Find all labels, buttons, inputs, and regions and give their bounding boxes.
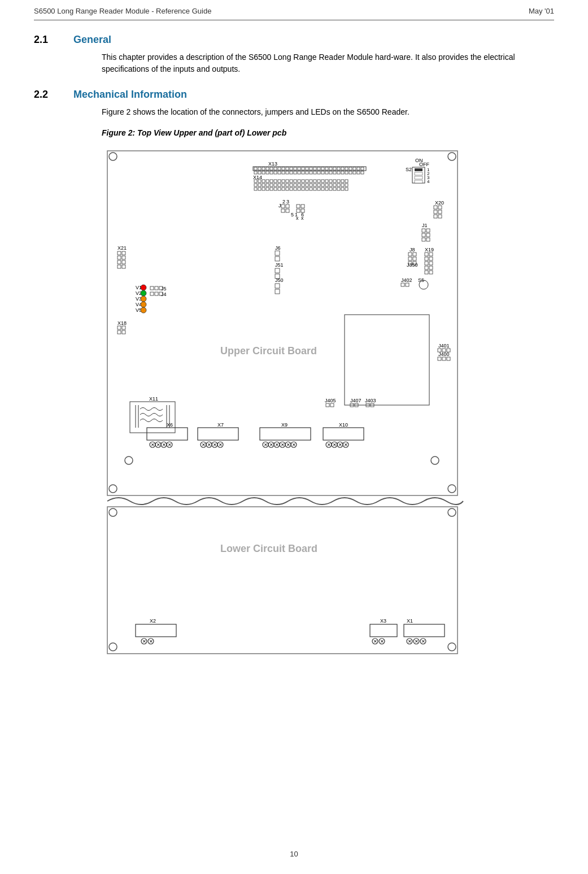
svg-text:✕: ✕ bbox=[380, 639, 384, 644]
svg-text:✕: ✕ bbox=[333, 442, 337, 447]
svg-point-204 bbox=[141, 307, 146, 313]
svg-text:✕: ✕ bbox=[202, 442, 206, 447]
svg-text:J: J bbox=[278, 203, 281, 208]
svg-text:✕: ✕ bbox=[281, 442, 285, 447]
svg-text:✕: ✕ bbox=[162, 442, 166, 447]
figure-container: X13 bbox=[102, 145, 554, 665]
svg-rect-137 bbox=[415, 176, 423, 179]
x1-label: X1 bbox=[407, 618, 413, 624]
svg-text:✕: ✕ bbox=[207, 442, 211, 447]
x13-connector bbox=[253, 167, 366, 174]
section-2-2-title: Mechanical Information bbox=[73, 89, 187, 101]
j1-label: J1 bbox=[422, 223, 428, 228]
svg-rect-136 bbox=[415, 172, 423, 175]
svg-text:2: 2 bbox=[282, 199, 285, 205]
j405-label: J405 bbox=[325, 398, 336, 403]
svg-text:✕: ✕ bbox=[168, 442, 172, 447]
svg-text:x: x bbox=[296, 215, 299, 221]
s2-off-label: OFF bbox=[419, 162, 429, 167]
svg-text:✕: ✕ bbox=[286, 442, 290, 447]
svg-text:✕: ✕ bbox=[292, 442, 296, 447]
svg-text:✕: ✕ bbox=[269, 442, 273, 447]
x11-label: X11 bbox=[149, 396, 158, 402]
svg-point-201 bbox=[141, 290, 146, 296]
j407-label: J407 bbox=[350, 398, 361, 403]
svg-text:✕: ✕ bbox=[264, 442, 268, 447]
svg-text:✕: ✕ bbox=[421, 639, 425, 644]
svg-text:✕: ✕ bbox=[149, 639, 153, 644]
x18-label: X18 bbox=[117, 320, 127, 326]
section-2-2-body: Figure 2 shows the location of the conne… bbox=[102, 106, 554, 118]
j403-label: J403 bbox=[365, 398, 376, 403]
page-footer: 10 bbox=[0, 850, 588, 858]
section-2-2-num: 2.2 bbox=[34, 89, 73, 101]
j6-label: J6 bbox=[275, 245, 281, 251]
section-2-2-heading: 2.2 Mechanical Information bbox=[34, 89, 554, 101]
lower-board-label: Lower Circuit Board bbox=[220, 543, 317, 554]
figure-caption: Figure 2: Top View Upper and (part of) L… bbox=[102, 128, 554, 137]
x1-connector: ✕ ✕ ✕ bbox=[407, 638, 426, 644]
svg-text:✕: ✕ bbox=[327, 442, 331, 447]
section-2-1-body: This chapter provides a description of t… bbox=[102, 51, 554, 75]
x7-text: X7 bbox=[217, 422, 224, 428]
upper-board-label: Upper Circuit Board bbox=[220, 345, 317, 356]
page-number: 10 bbox=[290, 850, 298, 858]
page-header: S6500 Long Range Reader Module - Referen… bbox=[34, 0, 554, 20]
x10-text: X10 bbox=[339, 422, 348, 428]
svg-rect-135 bbox=[415, 168, 423, 171]
page: S6500 Long Range Reader Module - Referen… bbox=[0, 0, 588, 874]
x14-label: X14 bbox=[253, 175, 262, 180]
j50-label: J50 bbox=[275, 277, 284, 283]
header-title: S6500 Long Range Reader Module - Referen… bbox=[34, 7, 211, 15]
svg-text:5: 5 bbox=[291, 212, 294, 218]
x2-label: X2 bbox=[150, 618, 156, 624]
x3-label: X3 bbox=[380, 618, 386, 624]
x21-label: X21 bbox=[117, 245, 127, 251]
j401-label: J401 bbox=[438, 343, 450, 349]
svg-text:✕: ✕ bbox=[408, 639, 412, 644]
x6-text: X6 bbox=[167, 422, 173, 428]
svg-text:3: 3 bbox=[286, 199, 289, 205]
svg-text:✕: ✕ bbox=[415, 639, 419, 644]
section-2-1-title: General bbox=[73, 34, 111, 46]
header-date: May '01 bbox=[529, 7, 554, 15]
j400-label: J400 bbox=[438, 351, 450, 357]
section-2-1-num: 2.1 bbox=[34, 34, 73, 46]
x20-label: X20 bbox=[435, 200, 444, 206]
x9-text: X9 bbox=[281, 422, 288, 428]
svg-point-200 bbox=[141, 285, 146, 290]
svg-point-202 bbox=[141, 296, 146, 302]
j8-label: J8 bbox=[410, 247, 415, 253]
svg-point-203 bbox=[141, 302, 146, 307]
s2-num-label: S2 bbox=[406, 167, 412, 172]
x19-label: X19 bbox=[425, 247, 434, 253]
s2-num4: 4 bbox=[427, 179, 430, 184]
svg-rect-275 bbox=[107, 507, 458, 654]
j350-label: J350 bbox=[407, 262, 418, 268]
svg-text:✕: ✕ bbox=[344, 442, 348, 447]
j5-label: J5 bbox=[161, 286, 167, 292]
j51-label: J51 bbox=[275, 262, 284, 268]
svg-text:x: x bbox=[301, 215, 304, 221]
j4-label: J4 bbox=[161, 292, 167, 297]
j402-label: J402 bbox=[401, 277, 412, 283]
section-2-1-heading: 2.1 General bbox=[34, 34, 554, 46]
svg-text:✕: ✕ bbox=[219, 442, 223, 447]
circuit-diagram: X13 bbox=[102, 145, 474, 665]
svg-text:✕: ✕ bbox=[156, 442, 160, 447]
svg-text:✕: ✕ bbox=[275, 442, 279, 447]
svg-rect-138 bbox=[415, 180, 423, 183]
svg-text:✕: ✕ bbox=[373, 639, 377, 644]
x13-label: X13 bbox=[268, 161, 277, 167]
svg-text:✕: ✕ bbox=[338, 442, 342, 447]
svg-text:✕: ✕ bbox=[142, 639, 146, 644]
svg-text:✕: ✕ bbox=[151, 442, 155, 447]
svg-text:✕: ✕ bbox=[213, 442, 217, 447]
